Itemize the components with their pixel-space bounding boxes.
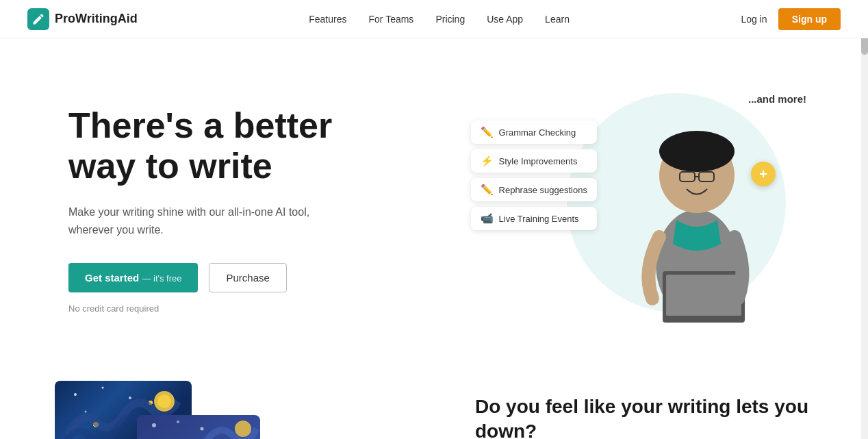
hero-left: There's a better way to write Make your …	[68, 105, 424, 314]
second-right-text: Do you feel like your writing lets you d…	[475, 381, 813, 439]
pill-rephrase: ✏️ Rephrase suggestions	[471, 178, 597, 201]
get-started-button[interactable]: Get started — it's free	[68, 263, 198, 292]
nav-links: Features For Teams Pricing Use App Learn	[309, 13, 570, 25]
person-illustration	[615, 86, 779, 336]
more-label: ...and more!	[748, 93, 806, 105]
hero-right: ...and more!	[471, 79, 813, 340]
logo-icon	[27, 8, 49, 30]
second-section: My idea in my head Do you feel like your…	[0, 367, 868, 439]
cta-sublabel: — it's free	[142, 273, 181, 284]
nav-learn[interactable]: Learn	[545, 14, 570, 25]
purchase-button[interactable]: Purchase	[209, 263, 286, 292]
person-svg	[615, 86, 779, 333]
svg-point-16	[235, 421, 251, 437]
nav-pricing[interactable]: Pricing	[435, 14, 465, 25]
plus-icon-bubble: +	[751, 162, 776, 186]
nav-features[interactable]: Features	[309, 14, 346, 25]
rephrase-icon: ✏️	[481, 184, 494, 196]
second-left-images: My idea in my head	[55, 381, 434, 439]
navbar: ProWritingAid Features For Teams Pricing…	[0, 0, 868, 38]
style-icon: ⚡	[481, 155, 494, 167]
rephrase-label: Rephrase suggestions	[499, 185, 587, 195]
svg-rect-7	[666, 275, 741, 316]
cta-label: Get started	[85, 272, 139, 284]
pill-grammar: ✏️ Grammar Checking	[471, 121, 597, 144]
svg-point-9	[157, 394, 171, 408]
no-credit-text: No credit card required	[68, 303, 424, 314]
nav-use-app[interactable]: Use App	[487, 14, 523, 25]
pill-training: 📹 Live Training Events	[471, 207, 597, 230]
second-title: Do you feel like your writing lets you d…	[475, 394, 813, 439]
svg-point-17	[152, 423, 156, 427]
feature-pills: ✏️ Grammar Checking ⚡ Style Improvements…	[471, 121, 597, 230]
svg-point-18	[177, 421, 179, 423]
svg-point-19	[201, 427, 204, 431]
logo-svg	[31, 12, 45, 26]
svg-point-10	[74, 393, 77, 396]
image-card-blue: My idea in my head	[137, 415, 260, 439]
nav-right: Log in Sign up	[741, 8, 841, 30]
svg-point-13	[85, 411, 87, 413]
style-label: Style Improvements	[499, 156, 578, 166]
svg-point-2	[659, 131, 735, 172]
hero-title: There's a better way to write	[68, 105, 424, 188]
nav-for-teams[interactable]: For Teams	[369, 14, 414, 25]
blue-card-svg	[137, 415, 260, 439]
hero-buttons: Get started — it's free Purchase	[68, 263, 424, 292]
svg-point-11	[102, 387, 104, 389]
logo-text: ProWritingAid	[55, 12, 138, 26]
hero-section: There's a better way to write Make your …	[0, 38, 868, 367]
pill-style: ⚡ Style Improvements	[471, 149, 597, 173]
training-label: Live Training Events	[499, 214, 579, 224]
training-icon: 📹	[481, 212, 494, 225]
grammar-label: Grammar Checking	[499, 127, 576, 138]
scrollbar-track[interactable]	[861, 0, 868, 439]
login-button[interactable]: Log in	[741, 14, 767, 25]
hero-subtitle: Make your writing shine with our all-in-…	[68, 203, 356, 238]
logo-link[interactable]: ProWritingAid	[27, 8, 138, 30]
signup-button[interactable]: Sign up	[778, 8, 841, 30]
svg-point-12	[129, 397, 131, 399]
grammar-icon: ✏️	[481, 126, 494, 138]
